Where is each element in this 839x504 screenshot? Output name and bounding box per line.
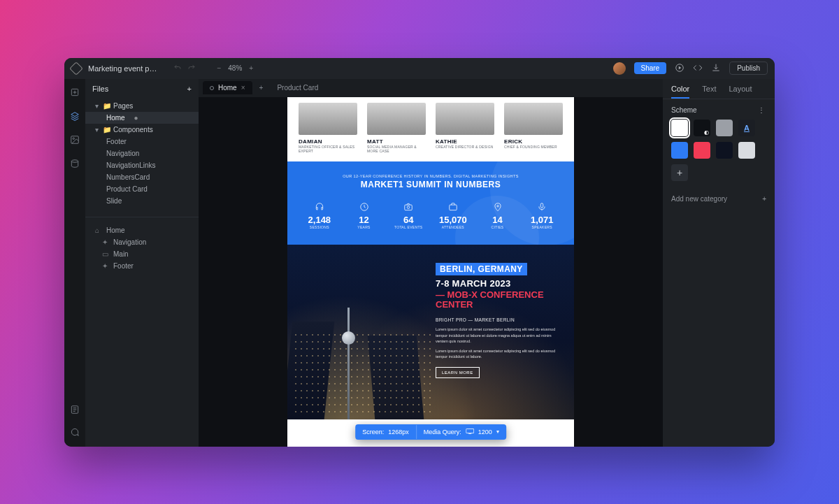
- outline-item[interactable]: ▭Main: [92, 248, 192, 260]
- swatch-light[interactable]: [738, 142, 755, 159]
- stat-card: 15,070ATTENDEES: [433, 202, 473, 229]
- scheme-menu-icon[interactable]: ⋮: [758, 106, 766, 114]
- rail-assets-button[interactable]: [69, 134, 81, 146]
- scheme-label: Scheme: [671, 106, 697, 114]
- project-name[interactable]: Marketing event p…: [88, 64, 157, 73]
- swatch-pink[interactable]: [694, 142, 710, 159]
- zoom-in-button[interactable]: +: [249, 64, 253, 72]
- rail-data-button[interactable]: [69, 157, 81, 170]
- learn-more-button[interactable]: LEARN MORE: [436, 367, 480, 378]
- swatch-gray[interactable]: [716, 120, 733, 136]
- plus-icon: +: [762, 195, 766, 203]
- team-member: KATHIE CREATIVE DIRECTOR & DESIGN: [436, 103, 494, 153]
- tab-text[interactable]: Text: [702, 85, 716, 99]
- member-photo: [436, 103, 494, 135]
- outline-item[interactable]: ✦Footer: [92, 260, 192, 272]
- tower-graphic: [347, 308, 350, 419]
- team-member: MATT SOCIAL MEDIA MANAGER & MORE CASE: [367, 103, 426, 153]
- topbar: Marketing event p… − 48% + Share Publish: [64, 58, 775, 79]
- rail-add-button[interactable]: [69, 86, 81, 99]
- canvas-area: Home× + Product Card DAMIAN MARKETING OF…: [199, 79, 663, 447]
- tab-close-icon[interactable]: ×: [241, 84, 245, 92]
- media-query-segment[interactable]: Media Query: 1200 ▾: [417, 424, 506, 440]
- tab-product-card[interactable]: Product Card: [270, 81, 325, 94]
- share-button[interactable]: Share: [634, 62, 667, 74]
- code-icon[interactable]: [693, 63, 703, 74]
- svg-point-4: [71, 159, 78, 162]
- right-panel: Color Text Layout Scheme ⋮ ◐ A: [663, 79, 775, 447]
- tab-add-button[interactable]: +: [255, 82, 268, 93]
- stat-card: 1,071SPEAKERS: [522, 202, 561, 229]
- add-category-button[interactable]: Add new category +: [663, 188, 775, 210]
- files-add-button[interactable]: +: [187, 85, 192, 93]
- swatch-blue[interactable]: [671, 142, 688, 159]
- desktop-icon: [466, 428, 474, 436]
- stat-card: 14CITIES: [478, 202, 517, 229]
- component-item[interactable]: NumbersCard: [85, 171, 199, 183]
- artboard[interactable]: DAMIAN MARKETING OFFICER & SALES EXPERT …: [287, 97, 574, 447]
- user-avatar[interactable]: [613, 62, 626, 75]
- svg-point-10: [496, 205, 498, 206]
- canvas[interactable]: DAMIAN MARKETING OFFICER & SALES EXPERT …: [199, 97, 663, 447]
- hero-location: BERLIN, GERMANY: [436, 263, 527, 275]
- component-item[interactable]: Navigation: [85, 147, 199, 159]
- screen-segment[interactable]: Screen: 1268px: [355, 425, 417, 439]
- stat-card: 64TOTAL EVENTS: [389, 202, 428, 229]
- svg-rect-7: [405, 205, 413, 210]
- page-item-home[interactable]: Home ●: [85, 112, 199, 124]
- swatch-text-color[interactable]: A: [738, 120, 755, 136]
- app-logo-icon[interactable]: [69, 62, 83, 75]
- rail-notes-icon[interactable]: [69, 403, 81, 416]
- redo-icon[interactable]: [187, 64, 196, 73]
- right-panel-tabs: Color Text Layout: [663, 79, 775, 99]
- undo-icon[interactable]: [173, 64, 182, 73]
- preview-play-icon[interactable]: [675, 63, 684, 74]
- component-item[interactable]: NavigationLinks: [85, 159, 199, 171]
- swatch-white[interactable]: [671, 120, 688, 136]
- rail-chat-icon[interactable]: [69, 426, 81, 438]
- tab-strip: Home× + Product Card: [199, 79, 663, 97]
- tab-home[interactable]: Home×: [203, 81, 252, 94]
- swatch-near-black[interactable]: ◐: [694, 120, 710, 136]
- clock-icon: [359, 202, 369, 212]
- swatch-dark[interactable]: [716, 142, 733, 159]
- member-photo: [299, 103, 357, 135]
- color-swatches: ◐ A +: [671, 120, 766, 181]
- files-label: Files: [92, 85, 108, 93]
- zoom-level[interactable]: 48%: [228, 64, 242, 72]
- home-dot-icon: ●: [134, 114, 138, 122]
- outline-item[interactable]: ✦Navigation: [92, 236, 192, 248]
- chevron-down-icon[interactable]: ▾: [496, 429, 499, 435]
- svg-rect-12: [466, 429, 473, 433]
- component-item[interactable]: Product Card: [85, 183, 199, 195]
- app-window: Marketing event p… − 48% + Share Publish: [64, 58, 775, 447]
- hero-section: BERLIN, GERMANY 7-8 MARCH 2023 — MOB-X C…: [287, 245, 574, 419]
- outline-root[interactable]: ⌂Home: [92, 224, 192, 236]
- svg-point-3: [73, 138, 74, 139]
- team-member: DAMIAN MARKETING OFFICER & SALES EXPERT: [299, 103, 357, 153]
- eyedropper-icon: ◐: [704, 129, 709, 136]
- team-member: ERICK CHIEF & FOUNDING MEMBER: [504, 103, 563, 153]
- outline-panel: ⌂Home ✦Navigation ▭Main ✦Footer: [85, 220, 199, 276]
- numbers-title: MARKET1 SUMMIT IN NUMBERS: [296, 180, 566, 189]
- tab-color[interactable]: Color: [671, 85, 689, 99]
- download-icon[interactable]: [711, 63, 721, 74]
- mic-icon: [537, 202, 547, 212]
- team-section: DAMIAN MARKETING OFFICER & SALES EXPERT …: [287, 97, 574, 161]
- component-item[interactable]: Footer: [85, 136, 199, 147]
- pin-icon: [493, 202, 503, 212]
- left-panel: Files + ▾📁Pages Home ● ▾📁Components Foot…: [85, 79, 199, 447]
- headset-icon: [315, 202, 324, 212]
- screen-size-toolbar[interactable]: Screen: 1268px Media Query: 1200 ▾: [355, 424, 506, 440]
- component-item[interactable]: Slide: [85, 195, 199, 207]
- svg-point-8: [407, 206, 410, 208]
- pages-group[interactable]: ▾📁Pages: [85, 100, 199, 112]
- zoom-out-button[interactable]: −: [217, 64, 221, 72]
- stat-card: 12YEARS: [345, 202, 384, 229]
- rail-layers-button[interactable]: [69, 110, 81, 122]
- publish-button[interactable]: Publish: [729, 62, 768, 75]
- components-group[interactable]: ▾📁Components: [85, 124, 199, 136]
- tab-layout[interactable]: Layout: [729, 85, 752, 99]
- swatch-add-button[interactable]: +: [671, 164, 688, 181]
- svg-rect-11: [540, 203, 543, 207]
